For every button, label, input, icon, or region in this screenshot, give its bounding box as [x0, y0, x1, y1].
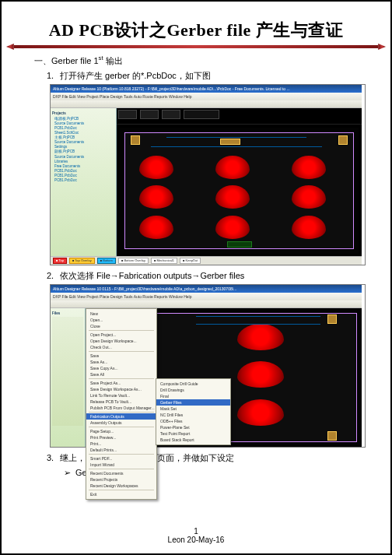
fig2-toolbar: [51, 300, 362, 308]
menu-item: Check Out...: [86, 344, 156, 350]
submenu-item: Board Stack Report: [156, 437, 230, 443]
menu-item: Print Preview...: [86, 434, 156, 441]
menu-item-fabrication: Fabrication Outputs: [86, 413, 156, 420]
submenu-item: Power-Plane Set: [156, 424, 230, 430]
menu-item: Release PCB To Vault...: [86, 399, 156, 405]
menu-item: Open...: [86, 317, 156, 323]
menu-item: Save All: [86, 371, 156, 378]
step-1: 1. 打开待产生 gerber 的*.PcbDoc，如下图: [47, 70, 366, 81]
section-num: 一、: [34, 56, 51, 65]
fig1-canvas-toolbar: [117, 108, 362, 125]
menu-item: Import Wizard: [86, 462, 156, 468]
layer-tab: ■ Top: [53, 258, 67, 264]
altium-window-2: Altium Designer Release 10 0115 - F:\Bil…: [51, 285, 362, 447]
submenu-item: ODB++ Files: [156, 418, 230, 424]
fig1-board: [120, 128, 359, 254]
submenu-item: Drill Drawings: [156, 387, 230, 393]
section-label-a: Gerber file 1: [51, 56, 99, 65]
menu-item: Open Design Workspace...: [86, 338, 156, 344]
layer-tab: ■ Bottom Overlay: [118, 258, 149, 264]
submenu-item: Test Point Report: [156, 430, 230, 437]
menu-item: Assembly Outputs: [86, 420, 156, 426]
menu-item: Publish PCB From Output Manager...: [86, 405, 156, 411]
menu-item: Print...: [86, 441, 156, 447]
step-2-num: 2.: [47, 270, 58, 281]
menu-item: Save Copy As...: [86, 365, 156, 371]
menu-item: New: [86, 311, 156, 317]
fig2-titlebar: Altium Designer Release 10 0115 - F:\Bil…: [51, 285, 362, 293]
menu-item: Link To Remote Vault...: [86, 392, 156, 399]
svg-rect-1: [14, 45, 378, 48]
fig2-left-panel: Files: [51, 308, 86, 447]
layer-tab: ■ KeepOut: [180, 258, 201, 264]
menu-item: Page Setup...: [86, 428, 156, 434]
menu-item: Save: [86, 353, 156, 359]
submenu-item: Final: [156, 393, 230, 399]
submenu-item-gerber: Gerber Files: [156, 399, 230, 406]
menu-item: Save Project As...: [86, 380, 156, 386]
step-2: 2. 依次选择 File→Fabrication outputs→Gerber …: [47, 270, 366, 281]
submenu-item: NC Drill Files: [156, 412, 230, 418]
menu-item: Recent Documents: [86, 470, 156, 476]
fig2-menubar: DXP File Edit View Project Place Design …: [51, 293, 362, 300]
page: AD PCB设计之Gerber file 产生与查证 一、Gerber file…: [0, 0, 392, 555]
menu-item: Exit: [86, 491, 156, 497]
submenu-item: Mask Set: [156, 406, 230, 412]
menu-item: Save As...: [86, 359, 156, 365]
section-header: 一、Gerber file 1st 输出: [34, 54, 366, 67]
layer-tab: ■ Mechanical1: [151, 258, 177, 264]
divider-arrow: [6, 44, 386, 50]
section-label-b: 输出: [103, 56, 123, 65]
fig1-toolbar: [51, 100, 362, 108]
menu-item: Smart PDF...: [86, 455, 156, 462]
bullet-icon: ➢: [64, 468, 73, 478]
menu-item: Recent Projects: [86, 476, 156, 483]
fabrication-submenu: Composite Drill Guide Drill Drawings Fin…: [156, 378, 231, 445]
altium-window-1: Altium Designer Release 10 (Platform 10.…: [51, 85, 362, 265]
menu-item: Close: [86, 323, 156, 329]
layer-tab: ■ Top Overlay: [69, 258, 95, 264]
proj-item: PCB1.PcbDoc: [54, 178, 114, 183]
fig1-titlebar: Altium Designer Release 10 (Platform 10.…: [51, 85, 362, 93]
svg-marker-2: [378, 44, 386, 50]
fig1-menubar: DXP File Edit View Project Place Design …: [51, 93, 362, 100]
projects-title: Projects: [52, 111, 114, 116]
layer-tab: ■ Bottom: [97, 258, 116, 264]
figure-2: Altium Designer Release 10 0115 - F:\Bil…: [50, 284, 366, 448]
page-footer: 1 Leon 20-May-16: [2, 527, 390, 544]
menu-item: Save Design Workspace As...: [86, 386, 156, 392]
step-3-num: 3.: [47, 452, 58, 463]
file-menu: New Open... Close Open Project... Open D…: [86, 308, 157, 500]
fig1-statusbar: ■ Top ■ Top Overlay ■ Bottom ■ Bottom Ov…: [51, 256, 362, 265]
step-1-text: 打开待产生 gerber 的*.PcbDoc，如下图: [60, 71, 211, 80]
doc-title: AD PCB设计之Gerber file 产生与查证: [26, 19, 366, 42]
fig1-projects-panel: Projects 电源板.PrjPCB Source Documents PCB…: [51, 108, 117, 256]
menu-item: Recent Design Workspaces: [86, 483, 156, 489]
figure-1: Altium Designer Release 10 (Platform 10.…: [50, 84, 366, 265]
svg-marker-0: [6, 44, 14, 50]
fig1-canvas: [117, 108, 362, 256]
submenu-item: Composite Drill Guide: [156, 381, 230, 387]
footer-author-date: Leon 20-May-16: [2, 536, 390, 544]
step-2-text: 依次选择 File→Fabrication outputs→Gerber fil…: [60, 271, 244, 280]
menu-item: Default Prints...: [86, 447, 156, 453]
fig2-canvas: New Open... Close Open Project... Open D…: [86, 308, 362, 447]
menu-item: Open Project...: [86, 332, 156, 338]
page-number: 1: [2, 527, 390, 536]
step-1-num: 1.: [47, 70, 58, 81]
